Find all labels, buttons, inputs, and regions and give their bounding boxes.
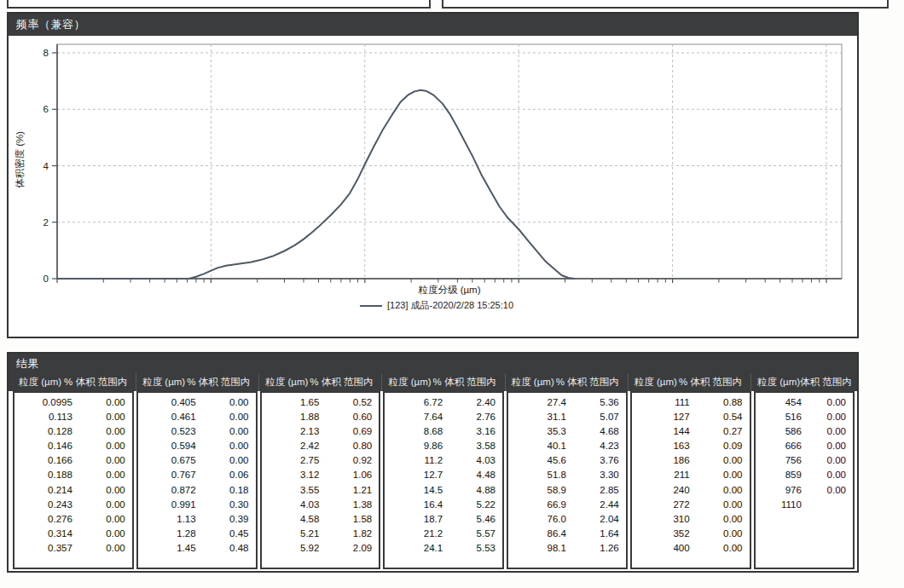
volume-cell: 0.00 [206,439,256,453]
size-cell: 45.6 [508,453,577,468]
volume-cell: 0.00 [206,395,256,410]
volume-cell: 3.58 [453,439,502,453]
size-cell: 86.4 [508,527,577,541]
size-cell: 16.4 [385,498,453,512]
size-cell: 40.1 [508,439,577,453]
volume-cell: 2.40 [453,395,502,410]
results-table: 0.09950.000.1130.000.1280.000.1460.000.1… [9,391,857,569]
y-tick-label: 0 [43,274,49,283]
size-cell: 1.65 [262,395,330,410]
size-cell: 0.991 [138,498,206,512]
size-cell: 2.75 [262,453,330,468]
volume-cell: 0.06 [206,468,256,482]
volume-cell: 0.00 [812,439,853,453]
results-group-header: 粒度 (µm)% 体积 范围内 [136,373,256,391]
size-cell: 666 [756,439,812,453]
volume-cell: 0.00 [812,483,853,498]
table-row: 24.15.53 [385,541,502,556]
table-row: 31.15.07 [508,410,626,424]
volume-cell: 1.26 [577,541,626,556]
table-row: 66.92.44 [508,498,626,512]
size-cell: 352 [632,527,700,541]
chart-panel-title: 频率（兼容） [9,14,857,36]
volume-cell: 1.58 [329,512,379,527]
table-row: 2.130.69 [262,424,380,439]
table-row: 5860.00 [756,424,853,439]
size-cell: 1.13 [138,512,206,527]
x-axis-label: 粒度分级 (µm) [57,284,842,297]
volume-cell: 1.82 [329,527,379,541]
table-row: 7.642.76 [385,410,502,424]
size-cell: 5.21 [262,527,330,541]
volume-cell: 0.00 [83,527,132,541]
table-row: 9760.00 [756,483,853,498]
table-row: 27.45.36 [508,395,626,410]
table-row: 58.92.85 [508,483,626,498]
volume-cell: 5.53 [453,541,502,556]
volume-cell: 0.69 [329,424,379,439]
size-cell: 1110 [756,498,812,512]
table-row: 9.863.58 [385,439,502,453]
table-row: 1270.54 [632,410,750,424]
size-cell: 4.03 [262,498,330,512]
volume-cell: 0.00 [83,395,132,410]
size-cell: 586 [756,424,812,439]
size-cell: 9.86 [385,439,453,453]
volume-in-range-column-header: % 体积 范围内 [64,376,127,389]
volume-cell: 0.00 [206,410,256,424]
legend-label: [123] 成品-2020/2/28 15:25:10 [387,299,513,312]
volume-cell: 2.04 [577,512,626,527]
legend-line-swatch [360,305,382,307]
size-cell: 0.314 [14,527,83,541]
table-row: 16.45.22 [385,498,502,512]
volume-cell: 0.00 [83,483,132,498]
size-cell: 240 [632,483,700,498]
size-cell: 756 [756,453,812,468]
results-group-header: 粒度 (µm)% 体积 范围内 [628,373,748,391]
table-row: 2720.00 [632,498,750,512]
table-row: 35.34.68 [508,424,626,439]
volume-cell: 0.00 [206,453,256,468]
size-cell: 186 [632,453,700,468]
volume-cell: 1.64 [577,527,626,541]
volume-in-range-column-header: % 体积 范围内 [433,376,496,389]
results-group-box: 0.4050.000.4610.000.5230.000.5940.000.67… [136,391,258,569]
size-column-header: 粒度 (µm) [142,376,185,389]
volume-cell: 0.00 [812,453,853,468]
table-row: 98.11.26 [508,541,626,556]
size-cell: 0.405 [138,395,206,410]
top-partial-panel-right [442,0,889,9]
volume-cell: 0.27 [700,424,750,439]
table-row: 40.14.23 [508,439,626,453]
y-tick-label: 4 [43,161,49,171]
size-cell: 31.1 [508,410,577,424]
frequency-chart-panel: 频率（兼容） 024680.11.010.0100.01,000.010,000… [7,12,859,338]
size-cell: 51.8 [508,468,577,482]
results-column-headers: 粒度 (µm)% 体积 范围内粒度 (µm)% 体积 范围内粒度 (µm)% 体… [9,373,857,391]
table-row: 0.1880.00 [14,468,132,482]
results-panel: 结果 粒度 (µm)% 体积 范围内粒度 (µm)% 体积 范围内粒度 (µm)… [7,352,859,573]
volume-cell: 0.60 [329,410,379,424]
size-cell: 35.3 [508,424,577,439]
table-row: 0.5940.00 [138,439,256,453]
size-cell: 0.188 [14,468,83,482]
top-partial-panel-left [7,0,431,9]
volume-cell: 0.00 [700,483,750,498]
size-cell: 12.7 [385,468,453,482]
size-cell: 310 [632,512,700,527]
volume-in-range-column-header: % 体积 范围内 [679,376,742,389]
volume-cell: 1.21 [329,483,379,498]
volume-in-range-column-header: % 体积 范围内 [310,376,373,389]
table-row: 1110 [756,498,853,512]
table-row: 0.2760.00 [14,512,132,527]
size-cell: 18.7 [385,512,453,527]
results-group-box: 1110.881270.541440.271630.091860.002110.… [630,391,751,569]
size-cell: 76.0 [508,512,577,527]
size-cell: 0.166 [14,453,83,468]
table-row: 0.3570.00 [14,541,132,556]
size-cell: 0.461 [138,410,206,424]
size-cell: 3.55 [262,483,330,498]
table-row: 1630.09 [632,439,750,453]
volume-cell: 0.88 [700,395,750,410]
table-row: 2.750.92 [262,453,380,468]
